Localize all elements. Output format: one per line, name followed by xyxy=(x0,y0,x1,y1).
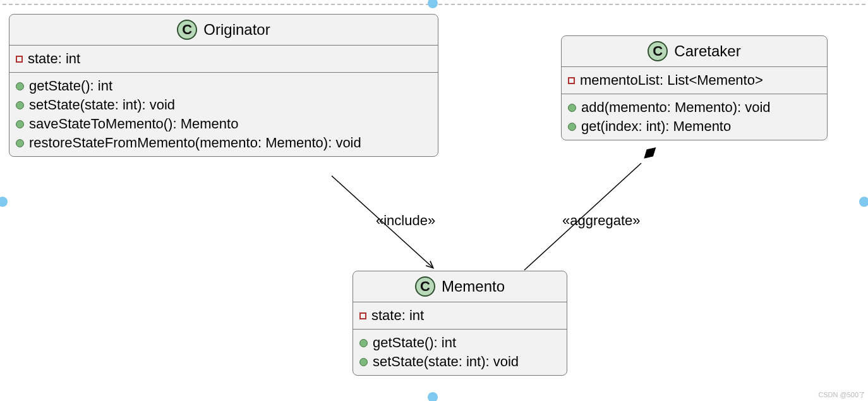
method: add(memento: Memento): void xyxy=(568,98,821,117)
method-text: add(memento: Memento): void xyxy=(581,99,771,116)
class-icon: C xyxy=(648,41,668,61)
visibility-public-icon xyxy=(359,339,368,347)
method-text: getState(): int xyxy=(373,335,456,351)
class-title: Originator xyxy=(203,21,270,39)
attribute: state: int xyxy=(16,49,431,68)
visibility-protected-icon xyxy=(568,77,575,84)
visibility-public-icon xyxy=(568,123,576,131)
method: setState(state: int): void xyxy=(359,352,560,371)
visibility-public-icon xyxy=(568,104,576,112)
attribute-text: mementoList: List<Memento> xyxy=(580,72,763,89)
visibility-protected-icon xyxy=(359,312,366,319)
visibility-public-icon xyxy=(359,358,368,366)
svg-marker-0 xyxy=(641,145,658,162)
aggregate-diamond-icon xyxy=(641,145,658,162)
methods-compartment: getState(): int setState(state: int): vo… xyxy=(353,329,567,375)
attributes-compartment: state: int xyxy=(353,302,567,329)
method-text: setState(state: int): void xyxy=(29,97,175,113)
visibility-public-icon xyxy=(16,120,24,128)
method: getState(): int xyxy=(16,77,431,96)
visibility-public-icon xyxy=(16,101,24,109)
method-text: getState(): int xyxy=(29,78,112,94)
visibility-public-icon xyxy=(16,139,24,147)
uml-canvas: C Originator state: int getState(): int … xyxy=(0,0,868,401)
visibility-public-icon xyxy=(16,82,24,90)
methods-compartment: add(memento: Memento): void get(index: i… xyxy=(562,94,827,140)
class-icon: C xyxy=(415,276,435,297)
method-text: restoreStateFromMemento(memento: Memento… xyxy=(29,135,361,151)
method-text: saveStateToMemento(): Memento xyxy=(29,116,238,132)
attribute: state: int xyxy=(359,306,560,325)
method: setState(state: int): void xyxy=(16,96,431,114)
visibility-protected-icon xyxy=(16,56,23,63)
relationship-label-aggregate: «aggregate» xyxy=(562,213,641,229)
class-caretaker[interactable]: C Caretaker mementoList: List<Memento> a… xyxy=(561,35,828,140)
attributes-compartment: mementoList: List<Memento> xyxy=(562,67,827,94)
selection-handle-top[interactable] xyxy=(428,0,438,8)
class-header: C Originator xyxy=(9,15,438,46)
method: getState(): int xyxy=(359,333,560,352)
class-header: C Caretaker xyxy=(562,36,827,67)
selection-handle-left[interactable] xyxy=(0,197,8,207)
method: get(index: int): Memento xyxy=(568,117,821,136)
selection-handle-right[interactable] xyxy=(859,197,868,207)
class-header: C Memento xyxy=(353,271,567,302)
class-title: Memento xyxy=(442,278,505,295)
methods-compartment: getState(): int setState(state: int): vo… xyxy=(9,72,438,156)
relationship-label-include: «include» xyxy=(376,213,435,229)
method: saveStateToMemento(): Memento xyxy=(16,114,431,133)
class-icon: C xyxy=(177,20,197,40)
attribute-text: state: int xyxy=(371,307,424,324)
method-text: setState(state: int): void xyxy=(373,354,519,370)
selection-handle-bottom[interactable] xyxy=(428,392,438,401)
class-originator[interactable]: C Originator state: int getState(): int … xyxy=(9,14,438,157)
attributes-compartment: state: int xyxy=(9,46,438,72)
method-text: get(index: int): Memento xyxy=(581,118,731,135)
method: restoreStateFromMemento(memento: Memento… xyxy=(16,133,431,152)
watermark: CSDN @500了 xyxy=(818,390,865,400)
attribute: mementoList: List<Memento> xyxy=(568,71,821,90)
attribute-text: state: int xyxy=(28,51,80,67)
class-memento[interactable]: C Memento state: int getState(): int set… xyxy=(353,271,567,376)
class-title: Caretaker xyxy=(674,42,740,60)
